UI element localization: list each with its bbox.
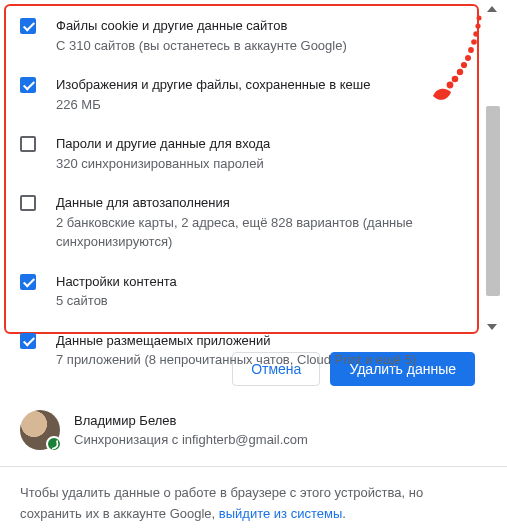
checkbox[interactable] bbox=[20, 18, 36, 34]
scroll-down-icon[interactable] bbox=[487, 324, 497, 330]
item-title: Данные размещаемых приложений bbox=[56, 331, 416, 351]
item-title: Данные для автозаполнения bbox=[56, 193, 463, 213]
profile-sync-status: Синхронизация с infighterb@gmail.com bbox=[74, 430, 308, 450]
data-type-item: Файлы cookie и другие данные сайтовС 310… bbox=[14, 6, 469, 65]
item-subtitle: 320 синхронизированных паролей bbox=[56, 154, 270, 174]
data-type-item: Данные для автозаполнения2 банковские ка… bbox=[14, 183, 469, 262]
avatar bbox=[20, 410, 60, 450]
checkbox[interactable] bbox=[20, 274, 36, 290]
checkbox[interactable] bbox=[20, 333, 36, 349]
sign-out-link[interactable]: выйдите из системы bbox=[219, 506, 342, 521]
item-subtitle: 226 МБ bbox=[56, 95, 370, 115]
item-title: Пароли и другие данные для входа bbox=[56, 134, 270, 154]
footer-note: Чтобы удалить данные о работе в браузере… bbox=[0, 467, 507, 530]
data-type-item: Изображения и другие файлы, сохраненные … bbox=[14, 65, 469, 124]
checkbox[interactable] bbox=[20, 77, 36, 93]
scroll-thumb[interactable] bbox=[486, 106, 500, 296]
item-title: Файлы cookie и другие данные сайтов bbox=[56, 16, 347, 36]
checkbox[interactable] bbox=[20, 195, 36, 211]
profile-name: Владимир Белев bbox=[74, 411, 308, 431]
item-subtitle: С 310 сайтов (вы останетесь в аккаунте G… bbox=[56, 36, 347, 56]
item-title: Изображения и другие файлы, сохраненные … bbox=[56, 75, 370, 95]
data-type-item: Пароли и другие данные для входа320 синх… bbox=[14, 124, 469, 183]
sync-badge-icon bbox=[46, 436, 62, 452]
item-title: Настройки контента bbox=[56, 272, 177, 292]
data-type-item: Данные размещаемых приложений7 приложени… bbox=[14, 321, 469, 380]
item-subtitle: 5 сайтов bbox=[56, 291, 177, 311]
profile-row: Владимир Белев Синхронизация с infighter… bbox=[0, 400, 507, 467]
data-types-list: Файлы cookie и другие данные сайтовС 310… bbox=[4, 4, 479, 334]
checkbox[interactable] bbox=[20, 136, 36, 152]
item-subtitle: 7 приложений (8 непрочитанных чатов, Clo… bbox=[56, 350, 416, 370]
data-type-item: Настройки контента5 сайтов bbox=[14, 262, 469, 321]
scrollbar[interactable] bbox=[481, 6, 503, 526]
item-subtitle: 2 банковские карты, 2 адреса, ещё 828 ва… bbox=[56, 213, 463, 252]
scroll-up-icon[interactable] bbox=[487, 6, 497, 12]
footer-text-end: . bbox=[342, 506, 346, 521]
